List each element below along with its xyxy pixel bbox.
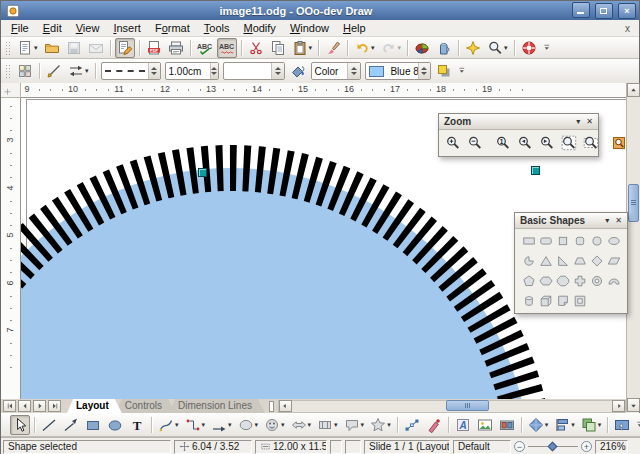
- ring-shape-button[interactable]: [588, 273, 605, 288]
- undo-button[interactable]: ▾: [352, 38, 377, 58]
- gallery-tool-button[interactable]: [497, 415, 517, 435]
- ellipse-shape-button[interactable]: [605, 233, 622, 248]
- stars-button[interactable]: ▾: [368, 415, 393, 435]
- zoom-out-slider-button[interactable]: −: [514, 441, 525, 452]
- line-dialog-button[interactable]: [44, 61, 64, 81]
- panel-menu-icon[interactable]: ▾: [576, 118, 580, 126]
- circle-pie-shape-button[interactable]: [520, 253, 537, 268]
- diamond-shape-button[interactable]: [588, 253, 605, 268]
- zoom-button[interactable]: ▾: [485, 38, 510, 58]
- minimize-button[interactable]: [572, 2, 590, 18]
- line-width-field[interactable]: [165, 62, 219, 80]
- toolbar-more-button[interactable]: [543, 41, 554, 55]
- menu-file[interactable]: File: [4, 22, 36, 34]
- callouts-button[interactable]: ▾: [342, 415, 367, 435]
- insert-chart-button[interactable]: [412, 38, 432, 58]
- from-file-button[interactable]: [475, 415, 495, 435]
- dropdown-arrow-icon[interactable]: ▾: [545, 421, 549, 429]
- navigator-button[interactable]: [434, 38, 454, 58]
- last-page-button[interactable]: [48, 400, 61, 412]
- dropdown-arrow-icon[interactable]: ▾: [308, 421, 312, 429]
- cross-shape-button[interactable]: [571, 273, 588, 288]
- entire-page-button[interactable]: [559, 133, 579, 153]
- toolbar-more-button[interactable]: [636, 418, 640, 432]
- styles-window-button[interactable]: [15, 61, 35, 81]
- horizontal-scrollbar[interactable]: [278, 400, 626, 413]
- connector-button[interactable]: ▾: [183, 415, 208, 435]
- scroll-down-button[interactable]: [627, 398, 640, 412]
- block-arc-shape-button[interactable]: [605, 273, 622, 288]
- copy-button[interactable]: [268, 38, 288, 58]
- dropdown-arrow-icon[interactable]: ▾: [202, 421, 206, 429]
- help-button[interactable]: [519, 38, 539, 58]
- spellcheck-button[interactable]: ABC: [195, 38, 215, 58]
- line-width-spinner[interactable]: [210, 63, 218, 79]
- zoom-slider-track[interactable]: [528, 446, 578, 447]
- status-page-style[interactable]: Default: [453, 440, 511, 454]
- close-button[interactable]: ×: [618, 3, 636, 19]
- dropdown-arrow-icon[interactable]: ▾: [504, 44, 508, 52]
- export-pdf-button[interactable]: PDF: [144, 38, 164, 58]
- open-button[interactable]: [42, 38, 62, 58]
- dropdown-arrow-icon[interactable]: ▾: [34, 44, 38, 52]
- zoom-slider[interactable]: − +: [514, 441, 592, 452]
- tab-controls[interactable]: Controls: [116, 399, 175, 413]
- vertical-scrollbar-thumb[interactable]: [628, 184, 639, 222]
- page-width-button[interactable]: [581, 133, 601, 153]
- zoom-out-button[interactable]: [465, 133, 485, 153]
- dropdown-arrow-icon[interactable]: ▾: [85, 67, 89, 75]
- shadow-button[interactable]: [434, 61, 454, 81]
- scroll-right-button[interactable]: [612, 400, 625, 412]
- select-button[interactable]: [10, 415, 30, 435]
- horizontal-scrollbar-track[interactable]: [292, 400, 612, 412]
- tab-layout[interactable]: Layout: [67, 399, 122, 413]
- arrange-button[interactable]: ▾: [579, 415, 604, 435]
- line-style-spinner[interactable]: [148, 63, 160, 79]
- dropdown-arrow-icon[interactable]: ▾: [398, 44, 402, 52]
- first-page-button[interactable]: [3, 400, 16, 412]
- cut-button[interactable]: [246, 38, 266, 58]
- fill-type-spinner[interactable]: [347, 63, 360, 79]
- basic-shapes-button[interactable]: ▾: [236, 415, 261, 435]
- rounded-square-shape-button[interactable]: [571, 233, 588, 248]
- zoom-previous-button[interactable]: [515, 133, 535, 153]
- isosceles-triangle-shape-button[interactable]: [537, 253, 554, 268]
- block-arrows-button[interactable]: ▾: [289, 415, 314, 435]
- dropdown-arrow-icon[interactable]: ▾: [309, 44, 313, 52]
- alignment-button[interactable]: ▾: [552, 415, 577, 435]
- menu-tools[interactable]: Tools: [197, 22, 237, 34]
- symbol-shapes-button[interactable]: ▾: [262, 415, 287, 435]
- fill-color-combo[interactable]: Blue 8: [365, 62, 431, 80]
- horizontal-scrollbar-thumb[interactable]: [446, 400, 489, 411]
- toolbar-more-button[interactable]: [458, 64, 469, 78]
- new-document-button[interactable]: ▾: [15, 38, 40, 58]
- frame-shape-button[interactable]: [571, 293, 588, 308]
- menu-view[interactable]: View: [69, 22, 107, 34]
- dropdown-arrow-icon[interactable]: ▾: [255, 421, 259, 429]
- area-dialog-button[interactable]: [288, 61, 308, 81]
- selection-handle[interactable]: [198, 168, 207, 177]
- previous-page-button[interactable]: [18, 400, 31, 412]
- parallelogram-shape-button[interactable]: [605, 253, 622, 268]
- edit-file-button[interactable]: [115, 38, 135, 58]
- square-shape-button[interactable]: [554, 233, 571, 248]
- octagon-shape-button[interactable]: [554, 273, 571, 288]
- print-button[interactable]: [166, 38, 186, 58]
- rectangle-button[interactable]: [83, 415, 103, 435]
- circle-shape-button[interactable]: [588, 233, 605, 248]
- folded-corner-shape-button[interactable]: [554, 293, 571, 308]
- paste-button[interactable]: ▾: [290, 38, 315, 58]
- close-document-button[interactable]: x: [616, 23, 639, 34]
- maximize-button[interactable]: [595, 3, 613, 19]
- arrow-style-button[interactable]: ▾: [66, 61, 91, 81]
- lines-and-arrows-button[interactable]: ▾: [209, 415, 234, 435]
- flowcharts-button[interactable]: ▾: [315, 415, 340, 435]
- horizontal-ruler[interactable]: 910111213141516171819: [21, 83, 626, 98]
- dropdown-arrow-icon[interactable]: ▾: [387, 421, 391, 429]
- line-button[interactable]: [39, 415, 59, 435]
- interaction-button[interactable]: [612, 415, 632, 435]
- zoom-next-button[interactable]: [537, 133, 557, 153]
- menu-window[interactable]: Window: [283, 22, 336, 34]
- rounded-rectangle-shape-button[interactable]: [537, 233, 554, 248]
- fill-color-spinner[interactable]: [418, 63, 429, 79]
